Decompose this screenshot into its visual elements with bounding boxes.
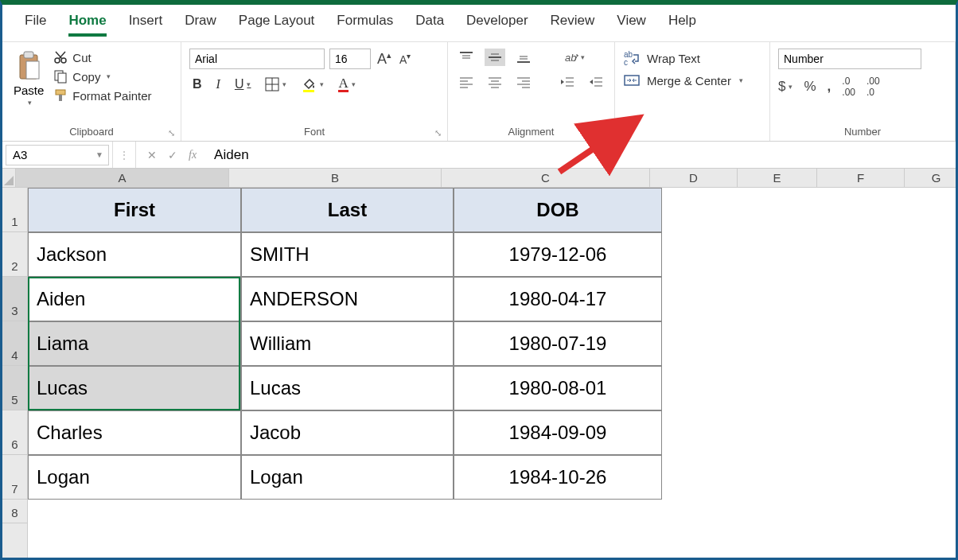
bold-button[interactable]: B — [189, 76, 205, 93]
ribbon-tabs: File Home Insert Draw Page Layout Formul… — [2, 5, 956, 42]
cell[interactable]: Jackson — [28, 232, 241, 277]
group-number: $▾ % , .0.00 .00.0 Number — [770, 42, 956, 141]
row-header[interactable]: 2 — [2, 232, 27, 277]
tab-review[interactable]: Review — [551, 13, 595, 37]
format-painter-button[interactable]: Format Painter — [53, 88, 151, 103]
cell[interactable]: 1984-09-09 — [454, 410, 662, 455]
formula-input[interactable] — [208, 145, 956, 165]
cell[interactable]: SMITH — [241, 232, 454, 277]
cell[interactable]: Lucas — [241, 366, 454, 410]
cancel-icon[interactable]: ✕ — [147, 149, 157, 161]
cut-button[interactable]: Cut — [53, 50, 151, 64]
fx-icon[interactable]: fx — [189, 149, 197, 161]
row-header[interactable]: 5 — [2, 366, 27, 410]
increase-font-icon[interactable]: A▴ — [376, 50, 393, 68]
decrease-font-icon[interactable]: A▾ — [398, 52, 412, 66]
accounting-format-button[interactable]: $▾ — [778, 79, 792, 95]
merge-center-button[interactable]: Merge & Center ▾ — [623, 69, 761, 91]
cell[interactable]: Logan — [241, 455, 454, 500]
column-header[interactable]: B — [229, 169, 442, 187]
dialog-launcher-icon[interactable]: ⤡ — [602, 128, 613, 139]
svg-rect-6 — [58, 73, 66, 83]
tab-home[interactable]: Home — [68, 13, 106, 37]
number-format-select[interactable] — [778, 49, 921, 69]
decrease-decimal-button[interactable]: .00.0 — [866, 76, 880, 98]
cell[interactable]: Last — [241, 188, 454, 232]
row-header[interactable]: 1 — [2, 188, 27, 232]
tab-view[interactable]: View — [617, 13, 646, 37]
tab-page-layout[interactable]: Page Layout — [239, 13, 314, 37]
tab-help[interactable]: Help — [668, 13, 696, 37]
row-header[interactable]: 7 — [2, 455, 27, 500]
column-header[interactable]: E — [738, 169, 817, 187]
column-header[interactable]: F — [817, 169, 905, 187]
row-header[interactable]: 6 — [2, 410, 27, 455]
grid[interactable]: FirstLastDOBJacksonSMITH1979-12-06AidenA… — [28, 188, 956, 560]
cell[interactable]: Liama — [28, 321, 241, 366]
increase-indent-button[interactable] — [586, 74, 606, 90]
wrap-text-button[interactable]: abc Wrap Text — [623, 47, 761, 69]
cell[interactable]: 1980-04-17 — [454, 277, 662, 321]
svg-rect-7 — [56, 90, 65, 95]
cell[interactable]: Logan — [28, 455, 241, 500]
tab-insert[interactable]: Insert — [129, 13, 163, 37]
tab-data[interactable]: Data — [415, 13, 444, 37]
italic-button[interactable]: I — [213, 76, 224, 93]
align-top-button[interactable] — [456, 49, 477, 66]
decrease-indent-button[interactable] — [557, 74, 578, 90]
font-name-select[interactable] — [189, 49, 325, 69]
cell[interactable]: Aiden — [28, 277, 241, 321]
align-middle-button[interactable] — [485, 49, 505, 66]
cell[interactable]: ANDERSON — [241, 277, 454, 321]
row-header[interactable]: 3 — [2, 277, 27, 321]
dialog-launcher-icon[interactable]: ⤡ — [168, 128, 179, 139]
increase-decimal-button[interactable]: .0.00 — [842, 76, 855, 98]
expand-icon[interactable]: ⋮ — [112, 142, 136, 168]
align-center-button[interactable] — [485, 74, 505, 90]
cell[interactable]: 1980-07-19 — [454, 321, 662, 366]
ribbon: Paste ▾ Cut Copy ▾ Format Painter C — [2, 42, 956, 142]
cell[interactable]: 1979-12-06 — [454, 232, 662, 277]
tab-draw[interactable]: Draw — [185, 13, 216, 37]
borders-icon — [265, 77, 279, 91]
orientation-button[interactable]: ab▾ — [561, 49, 587, 66]
enter-icon[interactable]: ✓ — [168, 149, 177, 161]
column-header[interactable]: G — [905, 169, 958, 187]
select-all-corner[interactable] — [2, 169, 16, 188]
svg-rect-2 — [26, 61, 39, 79]
align-bottom-button[interactable] — [513, 49, 534, 66]
copy-button[interactable]: Copy ▾ — [53, 69, 151, 84]
row-header[interactable]: 8 — [2, 500, 27, 523]
tab-formulas[interactable]: Formulas — [337, 13, 393, 37]
cell[interactable]: Charles — [28, 410, 241, 455]
paste-button[interactable]: Paste ▾ — [10, 47, 47, 110]
cell[interactable]: William — [241, 321, 454, 366]
cell[interactable]: First — [28, 188, 241, 232]
cell[interactable]: Jacob — [241, 410, 454, 455]
format-painter-label: Format Painter — [72, 89, 151, 103]
dialog-launcher-icon[interactable]: ⤡ — [434, 128, 446, 139]
cell[interactable]: 1984-10-26 — [454, 455, 662, 500]
border-button[interactable]: ▾ — [262, 76, 290, 93]
chevron-down-icon: ▾ — [739, 76, 743, 84]
comma-format-button[interactable]: , — [828, 79, 831, 95]
cell[interactable]: 1980-08-01 — [454, 366, 662, 410]
fill-color-button[interactable]: ▾ — [298, 75, 327, 94]
column-header[interactable]: C — [442, 169, 650, 187]
align-right-button[interactable] — [513, 74, 534, 90]
column-header[interactable]: A — [16, 169, 229, 187]
name-box[interactable]: A3 ▼ — [6, 145, 109, 165]
row-header[interactable]: 4 — [2, 321, 27, 366]
cut-label: Cut — [72, 51, 91, 64]
align-left-button[interactable] — [456, 74, 477, 90]
font-size-select[interactable] — [329, 49, 371, 69]
percent-format-button[interactable]: % — [804, 79, 816, 95]
tab-file[interactable]: File — [25, 13, 46, 37]
svg-text:ab: ab — [565, 52, 576, 64]
cell[interactable]: Lucas — [28, 366, 241, 410]
font-color-button[interactable]: A▾ — [335, 74, 358, 94]
cell[interactable]: DOB — [454, 188, 662, 232]
tab-developer[interactable]: Developer — [466, 13, 528, 37]
underline-button[interactable]: U▾ — [232, 76, 255, 93]
column-header[interactable]: D — [650, 169, 738, 187]
